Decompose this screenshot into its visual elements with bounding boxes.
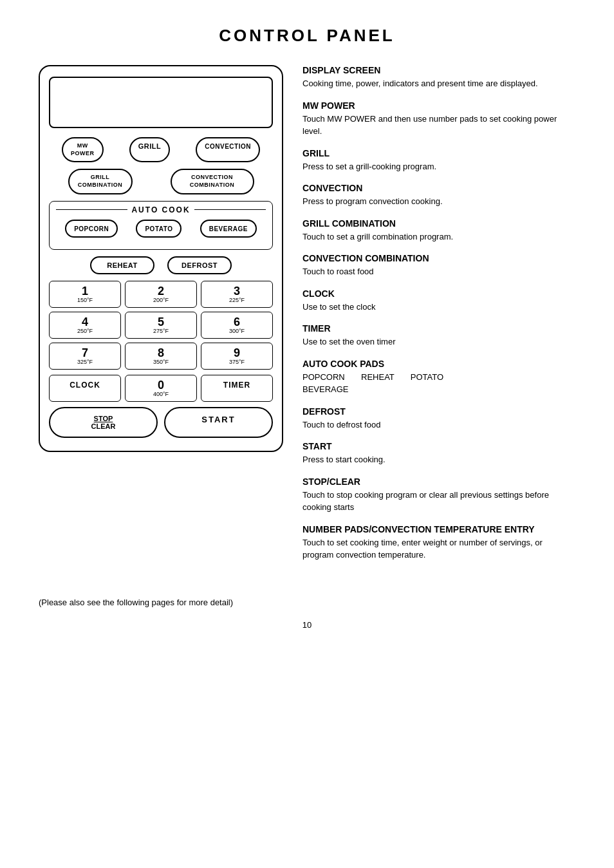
desc-clock-text: Use to set the clock <box>302 301 575 314</box>
reheat-button[interactable]: REHEAT <box>90 256 154 274</box>
page-number: 10 <box>39 620 575 630</box>
reheat-defrost-row: REHEAT DEFROST <box>49 256 273 274</box>
desc-defrost: DEFROST Touch to defrost food <box>302 406 575 431</box>
desc-grill-text: Press to set a grill-cooking program. <box>302 160 575 173</box>
number-grid: 1150°F 2200°F 3225°F 4250°F 5275°F 6300°… <box>49 281 273 370</box>
num-7-button[interactable]: 7325°F <box>49 343 121 370</box>
desc-number-pads-title: NUMBER PADS/CONVECTION TEMPERATURE ENTRY <box>302 524 575 534</box>
desc-mw-power-title: MW POWER <box>302 100 575 111</box>
desc-grill-combination-title: GRILL COMBINATION <box>302 218 575 229</box>
stop-label: STOP <box>59 415 147 422</box>
desc-stop-clear-text: Touch to stop cooking program or clear a… <box>302 489 575 514</box>
desc-timer-title: TIMER <box>302 323 575 334</box>
num-8-button[interactable]: 8350°F <box>125 343 197 370</box>
desc-convection-combination-title: CONVECTION COMBINATION <box>302 253 575 263</box>
clock-timer-row: CLOCK 0400°F TIMER <box>49 375 273 402</box>
desc-stop-clear-title: STOP/CLEAR <box>302 476 575 487</box>
desc-display-screen-title: DISPLAY SCREEN <box>302 65 575 75</box>
start-button[interactable]: START <box>164 407 273 438</box>
desc-auto-cook-pads-title: AUTO COOK PADS <box>302 359 575 369</box>
beverage-button[interactable]: BEVERAGE <box>200 220 257 238</box>
auto-cook-buttons: POPCORN POTATO BEVERAGE <box>56 220 266 238</box>
desc-display-screen-text: Cooking time, power, indicators and pres… <box>302 77 575 90</box>
desc-mw-power-text: Touch MW POWER and then use number pads … <box>302 113 575 138</box>
popcorn-button[interactable]: POPCORN <box>65 220 118 238</box>
desc-grill: GRILL Press to set a grill-cooking progr… <box>302 148 575 173</box>
desc-timer: TIMER Use to set the oven timer <box>302 323 575 348</box>
display-screen-diagram <box>49 77 273 128</box>
potato-button[interactable]: POTATO <box>136 220 181 238</box>
desc-grill-title: GRILL <box>302 148 575 158</box>
desc-defrost-text: Touch to defrost food <box>302 419 575 431</box>
stop-start-row: STOP CLEAR START <box>49 407 273 438</box>
desc-convection: CONVECTION Press to program convection c… <box>302 183 575 208</box>
grill-combination-button[interactable]: GRILLCOMBINATION <box>68 169 133 194</box>
mw-power-button[interactable]: MWPOWER <box>62 137 104 162</box>
desc-start-title: START <box>302 441 575 451</box>
num-6-button[interactable]: 6300°F <box>201 312 273 339</box>
desc-display-screen: DISPLAY SCREEN Cooking time, power, indi… <box>302 65 575 90</box>
stop-clear-button[interactable]: STOP CLEAR <box>49 407 158 438</box>
desc-convection-title: CONVECTION <box>302 183 575 193</box>
desc-auto-cook-pads-text: POPCORN REHEAT POTATOBEVERAGE <box>302 371 575 396</box>
desc-timer-text: Use to set the oven timer <box>302 335 575 348</box>
footer-note: (Please also see the following pages for… <box>39 598 575 607</box>
descriptions-panel: DISPLAY SCREEN Cooking time, power, indi… <box>302 65 575 572</box>
desc-mw-power: MW POWER Touch MW POWER and then use num… <box>302 100 575 138</box>
clear-label: CLEAR <box>91 422 116 430</box>
auto-cook-section: AUTO COOK POPCORN POTATO BEVERAGE <box>49 201 273 250</box>
desc-convection-combination-text: Touch to roast food <box>302 265 575 278</box>
main-content: MWPOWER GRILL CONVECTION GRILLCOMBINATIO… <box>39 65 575 572</box>
num-9-button[interactable]: 9375°F <box>201 343 273 370</box>
buttons-row-1: MWPOWER GRILL CONVECTION <box>49 137 273 162</box>
desc-clock: CLOCK Use to set the clock <box>302 288 575 314</box>
num-2-button[interactable]: 2200°F <box>125 281 197 308</box>
desc-start-text: Press to start cooking. <box>302 453 575 466</box>
num-3-button[interactable]: 3225°F <box>201 281 273 308</box>
defrost-button[interactable]: DEFROST <box>167 256 232 274</box>
panel-diagram: MWPOWER GRILL CONVECTION GRILLCOMBINATIO… <box>39 65 283 452</box>
auto-cook-label: AUTO COOK <box>56 205 266 214</box>
desc-start: START Press to start cooking. <box>302 441 575 466</box>
desc-grill-combination-text: Touch to set a grill combination program… <box>302 231 575 243</box>
desc-auto-cook-pads: AUTO COOK PADS POPCORN REHEAT POTATOBEVE… <box>302 359 575 396</box>
desc-convection-combination: CONVECTION COMBINATION Touch to roast fo… <box>302 253 575 278</box>
page-title: CONTROL PANEL <box>39 26 575 46</box>
desc-convection-text: Press to program convection cooking. <box>302 195 575 208</box>
desc-defrost-title: DEFROST <box>302 406 575 417</box>
timer-button[interactable]: TIMER <box>201 375 273 402</box>
desc-number-pads: NUMBER PADS/CONVECTION TEMPERATURE ENTRY… <box>302 524 575 561</box>
num-1-button[interactable]: 1150°F <box>49 281 121 308</box>
desc-clock-title: CLOCK <box>302 288 575 299</box>
num-5-button[interactable]: 5275°F <box>125 312 197 339</box>
num-4-button[interactable]: 4250°F <box>49 312 121 339</box>
convection-combination-button[interactable]: CONVECTIONCOMBINATION <box>171 169 254 194</box>
num-0-button[interactable]: 0400°F <box>125 375 197 402</box>
desc-number-pads-text: Touch to set cooking time, enter weight … <box>302 536 575 561</box>
convection-button[interactable]: CONVECTION <box>196 137 260 162</box>
buttons-row-2: GRILLCOMBINATION CONVECTIONCOMBINATION <box>49 169 273 194</box>
desc-grill-combination: GRILL COMBINATION Touch to set a grill c… <box>302 218 575 243</box>
clock-button[interactable]: CLOCK <box>49 375 121 402</box>
grill-button[interactable]: GRILL <box>129 137 171 162</box>
desc-stop-clear: STOP/CLEAR Touch to stop cooking program… <box>302 476 575 514</box>
